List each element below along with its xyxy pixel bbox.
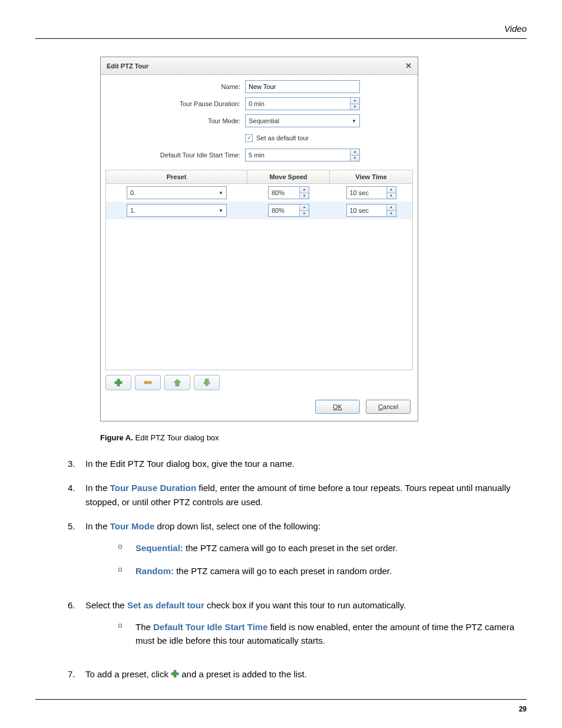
pause-spinner[interactable]: 0 min ▲ ▼ (245, 97, 360, 110)
speed-value: 80% (269, 187, 299, 199)
close-icon[interactable]: ✕ (405, 61, 412, 70)
dialog-titlebar: Edit PTZ Tour ✕ (101, 57, 418, 75)
step-5-sequential: o Sequential: the PTZ camera will go to … (118, 541, 515, 555)
mode-value: Sequential (246, 115, 349, 127)
step-6-sub: o The Default Tour Idle Start Time field… (118, 620, 515, 648)
step-4: 4. In the Tour Pause Duration field, ent… (68, 481, 515, 509)
table-row: 1. ▼ 80% ▲▼ 10 sec ▲▼ (106, 202, 412, 219)
figure-caption: Figure A. Edit PTZ Tour dialog box (100, 433, 527, 442)
spinner-down-icon[interactable]: ▼ (300, 193, 309, 199)
idle-label: Default Tour Idle Start Time: (107, 151, 245, 159)
spinner-down-icon[interactable]: ▼ (351, 104, 359, 110)
name-input[interactable] (245, 80, 360, 93)
step-5: 5. In the Tour Mode drop down list, sele… (68, 519, 515, 588)
dialog-title: Edit PTZ Tour (107, 62, 148, 70)
page-header-section: Video (35, 24, 527, 39)
move-down-button[interactable] (194, 375, 220, 390)
remove-preset-button[interactable] (135, 375, 161, 390)
dialog-form: Name: Tour Pause Duration: 0 min ▲ ▼ (101, 75, 418, 170)
view-spinner[interactable]: 10 sec ▲▼ (346, 204, 396, 217)
table-row: 0. ▼ 80% ▲▼ 10 sec ▲▼ (106, 184, 412, 202)
table-header-row: Preset Move Speed View Time (106, 170, 412, 184)
ok-button[interactable]: OK (315, 400, 360, 414)
step-5-random: o Random: the PTZ camera will go to each… (118, 564, 515, 578)
plus-icon (114, 378, 123, 387)
idle-spinner[interactable]: 5 min ▲ ▼ (245, 149, 360, 162)
spinner-up-icon[interactable]: ▲ (387, 205, 396, 211)
pause-label: Tour Pause Duration: (107, 100, 245, 107)
col-header-view: View Time (330, 170, 412, 183)
arrow-up-icon (173, 378, 181, 387)
plus-icon (171, 668, 179, 681)
page-number: 29 (519, 705, 527, 713)
svg-rect-2 (144, 381, 151, 384)
view-value: 10 sec (347, 205, 386, 216)
default-tour-label: Set as default tour (256, 134, 309, 141)
arrow-down-icon (203, 378, 211, 387)
preset-value: 0. (127, 187, 216, 199)
speed-spinner[interactable]: 80% ▲▼ (268, 204, 309, 217)
spinner-up-icon[interactable]: ▲ (300, 187, 309, 193)
idle-value: 5 min (246, 149, 350, 161)
col-header-preset: Preset (106, 170, 247, 183)
svg-rect-4 (171, 673, 178, 675)
edit-ptz-tour-dialog: Edit PTZ Tour ✕ Name: Tour Pause Duratio… (100, 57, 418, 421)
preset-combo[interactable]: 0. ▼ (127, 186, 227, 199)
instruction-list: 3. In the Edit PTZ Tour dialog box, give… (68, 457, 515, 682)
spinner-up-icon[interactable]: ▲ (387, 187, 396, 193)
chevron-down-icon[interactable]: ▼ (216, 187, 226, 199)
step-6: 6. Select the Set as default tour check … (68, 598, 515, 657)
spinner-up-icon[interactable]: ▲ (300, 205, 309, 211)
preset-table: Preset Move Speed View Time 0. ▼ 80% (105, 170, 413, 370)
dialog-screenshot: Edit PTZ Tour ✕ Name: Tour Pause Duratio… (100, 57, 527, 421)
preset-combo[interactable]: 1. ▼ (127, 204, 227, 217)
mode-label: Tour Mode: (107, 117, 245, 124)
spinner-down-icon[interactable]: ▼ (351, 156, 359, 162)
figure-label: Figure A. (100, 433, 133, 442)
spinner-down-icon[interactable]: ▼ (387, 193, 396, 199)
minus-icon (144, 378, 152, 387)
step-7: 7. To add a preset, click and a preset i… (68, 667, 515, 682)
pause-value: 0 min (246, 98, 350, 110)
add-preset-button[interactable] (105, 375, 131, 390)
speed-spinner[interactable]: 80% ▲▼ (268, 186, 309, 199)
col-header-speed: Move Speed (247, 170, 330, 183)
mode-combo[interactable]: Sequential ▼ (245, 114, 360, 127)
spinner-up-icon[interactable]: ▲ (351, 98, 359, 104)
view-value: 10 sec (347, 187, 386, 199)
svg-rect-1 (115, 381, 122, 384)
footer-rule (35, 699, 527, 700)
preset-toolbar (101, 375, 418, 396)
spinner-down-icon[interactable]: ▼ (300, 211, 309, 217)
name-label: Name: (107, 83, 245, 90)
cancel-button[interactable]: Cancel (366, 400, 411, 414)
chevron-down-icon[interactable]: ▼ (349, 115, 359, 127)
spinner-up-icon[interactable]: ▲ (351, 149, 359, 156)
preset-value: 1. (127, 205, 216, 216)
chevron-down-icon[interactable]: ▼ (216, 205, 226, 216)
default-tour-checkbox[interactable]: ✓ (245, 134, 253, 142)
view-spinner[interactable]: 10 sec ▲▼ (346, 186, 396, 199)
figure-text: Edit PTZ Tour dialog box (135, 433, 219, 442)
move-up-button[interactable] (164, 375, 190, 390)
spinner-down-icon[interactable]: ▼ (387, 211, 396, 217)
speed-value: 80% (269, 205, 299, 216)
step-3: 3. In the Edit PTZ Tour dialog box, give… (68, 457, 515, 470)
dialog-button-row: OK Cancel (101, 396, 418, 421)
